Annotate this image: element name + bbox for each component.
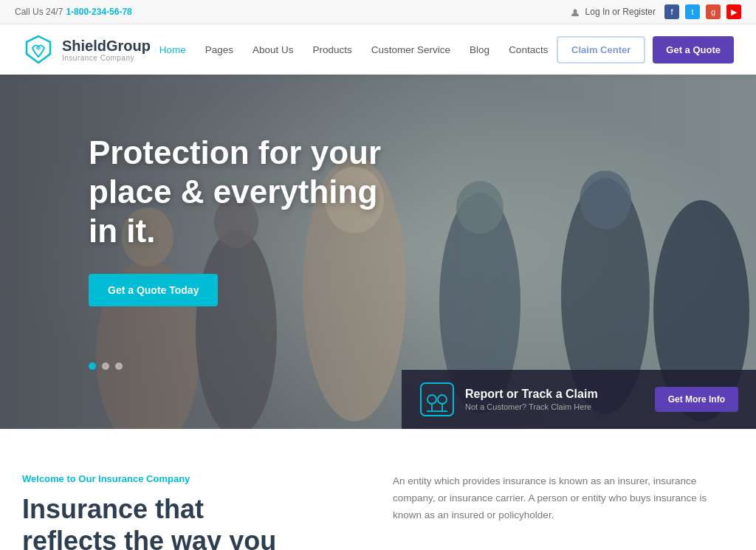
facebook-icon[interactable]: f	[664, 4, 679, 19]
top-bar: Call Us 24/7 1-800-234-56-78 Log In or R…	[0, 0, 756, 24]
header-buttons: Claim Center Get a Quote	[557, 36, 734, 63]
logo-text: ShieldGroup Insurance Company	[62, 38, 151, 62]
nav-products[interactable]: Products	[306, 38, 360, 61]
twitter-icon[interactable]: t	[685, 4, 700, 19]
svg-point-0	[574, 9, 577, 13]
logo[interactable]: ShieldGroup Insurance Company	[22, 33, 151, 66]
brand-tagline: Insurance Company	[62, 54, 151, 62]
claim-title: Report or Track a Claim	[465, 388, 598, 401]
nav-customer-service[interactable]: Customer Service	[364, 38, 458, 61]
hero-dots	[89, 362, 123, 370]
more-info-button[interactable]: Get More Info	[655, 387, 738, 412]
dot-2[interactable]	[102, 362, 109, 370]
claim-text: Report or Track a Claim Not a Customer? …	[465, 388, 598, 411]
claim-bar-info: Report or Track a Claim Not a Customer? …	[419, 382, 598, 417]
youtube-icon[interactable]: ▶	[726, 4, 741, 19]
logo-icon	[22, 33, 55, 66]
section-description: An entity which provides insurance is kn…	[393, 473, 734, 524]
googleplus-icon[interactable]: g	[706, 4, 721, 19]
dot-3[interactable]	[115, 362, 123, 370]
left-column: Welcome to Our Insurance Company Insuran…	[22, 473, 363, 550]
hero-content: Protection for your place & everything i…	[89, 134, 399, 306]
below-fold-section: Welcome to Our Insurance Company Insuran…	[0, 429, 756, 550]
social-icons: f t g ▶	[664, 4, 741, 19]
main-nav: Home Pages About Us Products Customer Se…	[152, 38, 556, 61]
svg-point-16	[427, 395, 436, 404]
header: ShieldGroup Insurance Company Home Pages…	[0, 24, 756, 75]
nav-blog[interactable]: Blog	[462, 38, 497, 61]
phone-number[interactable]: 1-800-234-56-78	[66, 7, 131, 17]
nav-pages[interactable]: Pages	[198, 38, 241, 61]
dot-1[interactable]	[89, 362, 96, 370]
svg-point-17	[438, 395, 447, 404]
section-title: Insurance that reflects the way you	[22, 493, 363, 550]
right-column: An entity which provides insurance is kn…	[393, 473, 734, 550]
hero-cta-button[interactable]: Get a Quote Today	[89, 274, 218, 306]
welcome-label: Welcome to Our Insurance Company	[22, 473, 363, 484]
top-bar-right: Log In or Register f t g ▶	[571, 4, 741, 19]
call-label: Call Us 24/7	[15, 7, 63, 17]
hero-section: Protection for your place & everything i…	[0, 75, 756, 429]
login-link[interactable]: Log In or Register	[571, 7, 656, 17]
nav-contacts[interactable]: Contacts	[501, 38, 555, 61]
hero-title: Protection for your place & everything i…	[89, 134, 399, 250]
person-icon	[571, 8, 580, 17]
below-fold-content: Welcome to Our Insurance Company Insuran…	[0, 429, 756, 550]
claim-subtitle: Not a Customer? Track Claim Here	[465, 402, 598, 411]
brand-name: ShieldGroup	[62, 38, 151, 54]
claim-icon	[419, 382, 455, 417]
svg-point-2	[36, 46, 41, 50]
get-quote-button[interactable]: Get a Quote	[653, 36, 734, 63]
nav-about[interactable]: About Us	[245, 38, 301, 61]
top-bar-left: Call Us 24/7 1-800-234-56-78	[15, 7, 132, 17]
claim-center-button[interactable]: Claim Center	[557, 36, 645, 63]
nav-home[interactable]: Home	[152, 38, 193, 61]
claim-bar: Report or Track a Claim Not a Customer? …	[402, 370, 756, 429]
claim-svg-icon	[419, 382, 455, 417]
